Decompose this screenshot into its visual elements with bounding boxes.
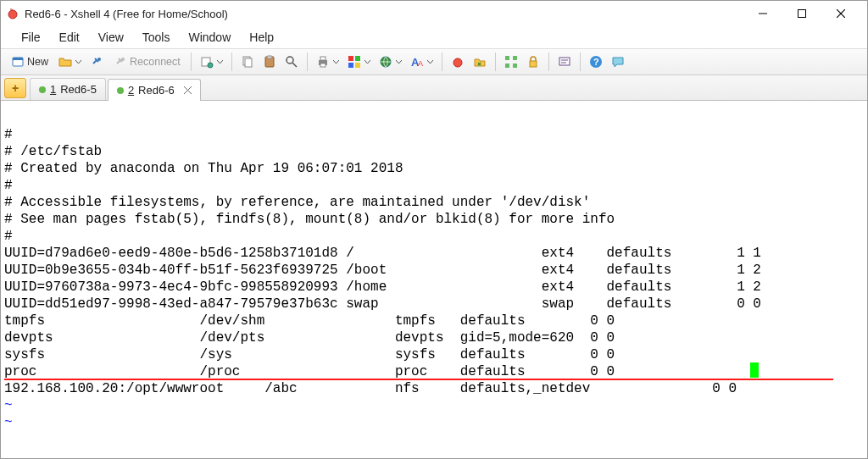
xshell-button[interactable] xyxy=(448,52,468,72)
menubar: File Edit View Tools Window Help xyxy=(1,26,867,48)
menu-file[interactable]: File xyxy=(13,29,49,46)
window-title: Red6-6 - Xshell 4 (Free for Home/School) xyxy=(25,8,228,20)
toolbar-separator xyxy=(307,53,308,71)
paste-button[interactable] xyxy=(259,52,280,72)
svg-line-16 xyxy=(292,63,297,67)
terminal-line: UUID=9760738a-9973-4ec4-9bfc-99855892099… xyxy=(4,279,761,295)
reconnect-button[interactable]: Reconnect xyxy=(108,52,186,72)
status-dot-icon xyxy=(117,87,124,94)
vim-tilde: ~ xyxy=(4,398,13,413)
svg-point-15 xyxy=(287,57,293,64)
new-button-label: New xyxy=(27,56,48,68)
terminal-cursor xyxy=(750,362,759,378)
svg-rect-18 xyxy=(320,57,326,60)
svg-rect-19 xyxy=(320,64,326,67)
svg-rect-20 xyxy=(348,56,353,61)
new-tab-button[interactable]: + xyxy=(4,78,26,98)
titlebar: Red6-6 - Xshell 4 (Free for Home/School) xyxy=(1,1,867,26)
toolbar-separator xyxy=(495,53,496,71)
svg-rect-30 xyxy=(505,64,509,68)
terminal-line: # xyxy=(4,178,13,193)
terminal-line: tmpfs /dev/shm tmpfs defaults 0 0 xyxy=(4,313,615,329)
reconnect-button-label: Reconnect xyxy=(130,56,181,68)
color-scheme-button[interactable] xyxy=(344,52,374,72)
menu-edit[interactable]: Edit xyxy=(51,29,88,46)
menu-tools[interactable]: Tools xyxy=(134,29,179,46)
svg-rect-12 xyxy=(245,58,252,67)
tab-1[interactable]: 1 Red6-5 xyxy=(30,78,106,100)
menu-view[interactable]: View xyxy=(90,29,132,46)
terminal-line: UUID=d79ad6e0-eed9-480e-b5d6-1258b37101d… xyxy=(4,246,761,261)
svg-rect-6 xyxy=(13,58,23,60)
terminal-line: # See man pages fstab(5), findfs(8), mou… xyxy=(4,212,615,227)
svg-point-0 xyxy=(8,10,17,19)
terminal-line: devpts /dev/pts devpts gid=5,mode=620 0 … xyxy=(4,330,615,346)
toolbar-separator xyxy=(191,53,192,71)
close-button[interactable] xyxy=(821,1,860,26)
svg-rect-2 xyxy=(798,10,806,18)
tab-index: 1 xyxy=(50,83,56,96)
help-button[interactable]: ? xyxy=(586,52,606,72)
terminal-line: proc /proc proc defaults 0 0 xyxy=(4,364,615,379)
properties-button[interactable] xyxy=(197,52,226,72)
compose-button[interactable] xyxy=(554,52,575,72)
terminal[interactable]: # # /etc/fstab # Created by anaconda on … xyxy=(1,101,867,459)
svg-rect-21 xyxy=(355,56,360,61)
app-icon xyxy=(6,7,19,20)
svg-text:A: A xyxy=(418,59,423,68)
svg-rect-23 xyxy=(355,63,360,68)
chat-button[interactable] xyxy=(608,52,628,72)
svg-rect-32 xyxy=(530,61,537,67)
font-button[interactable]: AA xyxy=(407,52,437,72)
encoding-button[interactable] xyxy=(376,52,405,72)
svg-point-10 xyxy=(208,63,213,68)
svg-rect-22 xyxy=(348,63,353,68)
maximize-button[interactable] xyxy=(782,1,821,26)
terminal-line: # xyxy=(4,229,13,244)
svg-point-7 xyxy=(97,58,101,61)
toolbar-separator xyxy=(580,53,581,71)
tab-2[interactable]: 2 Red6-6 xyxy=(108,79,201,101)
svg-rect-31 xyxy=(513,64,517,68)
vim-tilde: ~ xyxy=(4,415,13,430)
copy-button[interactable] xyxy=(237,52,258,72)
minimize-button[interactable] xyxy=(743,1,782,26)
xftp-button[interactable] xyxy=(470,52,490,72)
svg-text:?: ? xyxy=(593,57,599,67)
close-tab-icon[interactable] xyxy=(184,86,192,94)
terminal-line: 192.168.100.20:/opt/wwwroot /abc nfs def… xyxy=(4,381,737,396)
tab-label: Red6-5 xyxy=(60,83,97,96)
svg-rect-29 xyxy=(513,56,517,60)
svg-rect-28 xyxy=(505,56,509,60)
svg-point-27 xyxy=(453,58,462,67)
open-button[interactable] xyxy=(55,52,85,72)
tab-label: Red6-6 xyxy=(138,84,175,97)
status-dot-icon xyxy=(39,86,46,93)
terminal-line: UUID=0b9e3655-034b-40ff-b51f-5623f693972… xyxy=(4,263,761,278)
svg-rect-33 xyxy=(559,58,570,65)
terminal-line: UUID=dd51ed97-9998-43ed-a847-79579e37b63… xyxy=(4,296,761,312)
menu-window[interactable]: Window xyxy=(180,29,239,46)
menu-help[interactable]: Help xyxy=(241,29,282,46)
terminal-line: # Accessible filesystems, by reference, … xyxy=(4,195,590,210)
print-button[interactable] xyxy=(313,52,342,72)
toolbar-separator xyxy=(442,53,442,71)
terminal-line: # xyxy=(4,127,13,142)
toolbar-separator xyxy=(231,53,232,71)
toolbar-separator xyxy=(548,53,549,71)
lock-button[interactable] xyxy=(523,52,543,72)
new-button[interactable]: New xyxy=(6,52,53,72)
svg-rect-14 xyxy=(267,56,272,58)
disconnect-button[interactable] xyxy=(86,52,107,72)
tabstrip: + 1 Red6-5 2 Red6-6 xyxy=(1,75,867,101)
highlight-underline xyxy=(4,379,833,380)
terminal-line: # Created by anaconda on Thu Apr 19 06:0… xyxy=(4,161,403,176)
toolbar: New Reconnect AA xyxy=(1,48,867,75)
find-button[interactable] xyxy=(281,52,302,72)
svg-point-8 xyxy=(121,58,125,61)
fullscreen-button[interactable] xyxy=(501,52,521,72)
terminal-line: sysfs /sys sysfs defaults 0 0 xyxy=(4,347,615,362)
terminal-line: # /etc/fstab xyxy=(4,144,102,159)
tab-index: 2 xyxy=(128,84,134,97)
